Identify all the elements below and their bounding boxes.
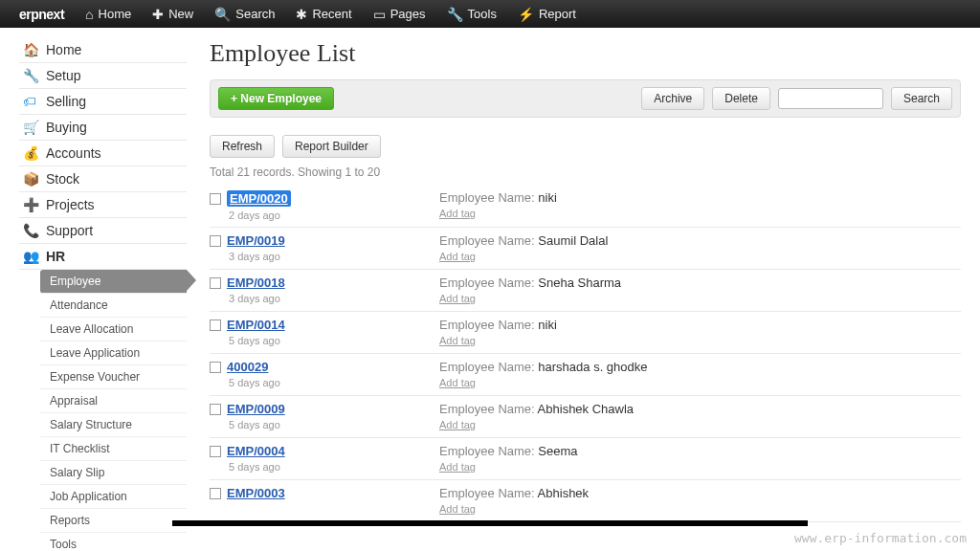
employee-id-link[interactable]: EMP/0009 [227,402,285,416]
employee-name-value: Seema [538,444,577,458]
row-checkbox[interactable] [210,488,221,499]
nav-search[interactable]: 🔍Search [205,7,284,22]
hr-submenu-salary-structure[interactable]: Salary Structure [40,413,187,437]
add-tag-link[interactable]: Add tag [439,335,476,346]
nav-pages[interactable]: ▭Pages [364,7,435,22]
archive-button[interactable]: Archive [641,87,704,110]
employee-list: EMP/00202 days agoEmployee Name: nikiAdd… [210,185,961,522]
add-tag-link[interactable]: Add tag [439,419,476,430]
list-row: EMP/00202 days agoEmployee Name: nikiAdd… [210,185,961,228]
employee-name-value: Saumil Dalal [538,233,608,248]
employee-name-value: niki [538,318,557,332]
employee-id-link[interactable]: EMP/0004 [227,444,285,458]
hr-submenu-attendance[interactable]: Attendance [40,294,187,318]
wrench-icon: 🔧 [23,68,38,83]
list-row: EMP/0003Employee Name: AbhishekAdd tag [210,480,961,522]
search-button[interactable]: Search [891,87,952,110]
module-buying[interactable]: 🛒Buying [19,115,187,141]
list-row: 4000295 days agoEmployee Name: harshada … [210,354,961,396]
row-checkbox[interactable] [210,404,221,415]
top-navbar: erpnext ⌂Home ✚New 🔍Search ✱Recent ▭Page… [0,0,980,28]
add-tag-link[interactable]: Add tag [439,503,476,515]
row-checkbox[interactable] [210,320,221,331]
hr-submenu-leave-allocation[interactable]: Leave Allocation [40,318,187,342]
module-support[interactable]: 📞Support [19,218,187,244]
nav-home[interactable]: ⌂Home [76,7,141,22]
box-icon: 📦 [23,171,38,187]
nav-recent[interactable]: ✱Recent [286,7,361,22]
search-icon: 🔍 [214,7,231,22]
list-row: EMP/00145 days agoEmployee Name: nikiAdd… [210,312,961,354]
list-row: EMP/00183 days agoEmployee Name: Sneha S… [210,270,961,312]
row-checkbox[interactable] [210,362,221,373]
delete-button[interactable]: Delete [712,87,770,110]
star-icon: ✱ [296,7,307,22]
row-checkbox[interactable] [210,235,221,247]
employee-id-link[interactable]: 400029 [227,360,268,374]
employee-name-value: Abhishek Chawla [538,402,634,416]
brand-logo: erpnext [19,7,64,22]
employee-name-label: Employee Name: [439,486,538,500]
report-builder-button[interactable]: Report Builder [282,135,381,158]
hr-submenu-appraisal[interactable]: Appraisal [40,389,187,413]
nav-report[interactable]: ⚡Report [508,7,586,22]
home-icon: ⌂ [85,7,93,22]
module-selling[interactable]: 🏷Selling [19,89,187,115]
employee-name-label: Employee Name: [439,190,538,205]
employee-id-link[interactable]: EMP/0014 [227,318,285,332]
nav-tools[interactable]: 🔧Tools [437,7,506,22]
nav-new[interactable]: ✚New [143,7,203,22]
hr-submenu-employee[interactable]: Employee [40,270,187,294]
add-tag-link[interactable]: Add tag [439,293,476,304]
add-tag-link[interactable]: Add tag [439,208,476,219]
employee-id-link[interactable]: EMP/0003 [227,486,285,500]
records-count-label: Total 21 records. Showing 1 to 20 [210,165,961,179]
row-checkbox[interactable] [210,446,221,457]
employee-id-link[interactable]: EMP/0019 [227,233,285,248]
new-employee-button[interactable]: + New Employee [218,87,334,110]
module-home[interactable]: 🏠Home [19,37,187,63]
hr-submenu: EmployeeAttendanceLeave AllocationLeave … [40,270,187,551]
hr-submenu-job-application[interactable]: Job Application [40,485,187,509]
module-setup[interactable]: 🔧Setup [19,63,187,89]
row-checkbox[interactable] [210,277,221,289]
module-stock[interactable]: 📦Stock [19,166,187,192]
refresh-button[interactable]: Refresh [210,135,275,158]
footer-bar [172,520,808,526]
add-tag-link[interactable]: Add tag [439,251,476,262]
hr-submenu-expense-voucher[interactable]: Expense Voucher [40,365,187,389]
employee-name-label: Employee Name: [439,444,538,458]
employee-name-value: harshada s. ghodke [538,360,647,374]
add-tag-link[interactable]: Add tag [439,377,476,388]
hr-submenu-it-checklist[interactable]: IT Checklist [40,437,187,461]
employee-name-label: Employee Name: [439,402,538,416]
phone-icon: 📞 [23,223,38,238]
plus-file-icon: ✚ [152,7,164,22]
employee-id-link[interactable]: EMP/0018 [227,276,285,290]
row-checkbox[interactable] [210,193,221,205]
people-icon: 👥 [23,249,38,264]
list-row: EMP/00193 days agoEmployee Name: Saumil … [210,228,961,270]
employee-name-value: Sneha Sharma [538,276,621,290]
search-input[interactable] [778,88,883,109]
hr-submenu-reports[interactable]: Reports [40,509,187,533]
module-hr[interactable]: 👥HR [19,244,187,270]
row-age-label: 3 days ago [210,293,439,304]
employee-id-link[interactable]: EMP/0020 [227,190,291,207]
cart-icon: 🛒 [23,120,38,135]
list-row: EMP/00095 days agoEmployee Name: Abhishe… [210,396,961,438]
home-icon: 🏠 [23,42,38,57]
row-age-label: 3 days ago [210,251,439,262]
hr-submenu-salary-slip[interactable]: Salary Slip [40,461,187,485]
hr-submenu-leave-application[interactable]: Leave Application [40,342,187,365]
module-projects[interactable]: ➕Projects [19,192,187,218]
employee-name-label: Employee Name: [439,318,538,332]
employee-name-label: Employee Name: [439,233,538,248]
hr-submenu-tools[interactable]: Tools [40,533,187,551]
employee-name-value: niki [538,190,557,205]
row-age-label: 5 days ago [210,335,439,346]
module-accounts[interactable]: 💰Accounts [19,141,187,166]
add-tag-link[interactable]: Add tag [439,461,476,473]
row-age-label: 2 days ago [210,209,439,221]
main-content: Employee List + New Employee Archive Del… [187,28,961,551]
